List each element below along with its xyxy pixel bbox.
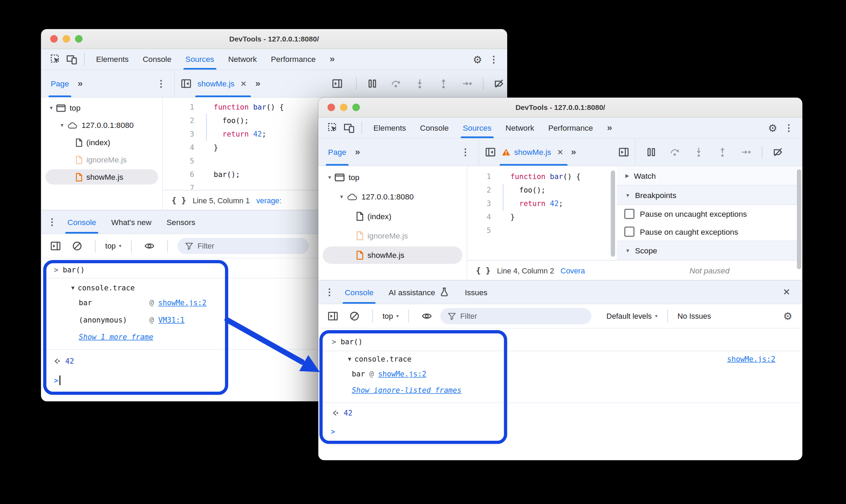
- issues-counter[interactable]: No Issues: [677, 312, 711, 320]
- collapse-sidebar-icon[interactable]: [482, 144, 499, 160]
- tab-page[interactable]: Page: [326, 139, 348, 166]
- collapse-sidebar-icon[interactable]: [178, 75, 194, 92]
- more-tabs-icon[interactable]: »: [600, 118, 619, 138]
- tab-console[interactable]: Console: [136, 49, 178, 69]
- tree-item-index[interactable]: (index): [41, 134, 162, 151]
- sidebar-scrollbar-thumb[interactable]: [797, 169, 801, 269]
- pause-script-icon[interactable]: [364, 75, 380, 92]
- deactivate-breakpoints-icon[interactable]: [491, 75, 507, 92]
- console-messages[interactable]: > bar() ▼console.trace showMe.js:2 bar @…: [318, 328, 802, 460]
- deactivate-breakpoints-icon[interactable]: [770, 144, 786, 160]
- zoom-window-button[interactable]: [75, 35, 83, 43]
- settings-gear-icon[interactable]: ⚙: [470, 51, 486, 67]
- editor-tab-showme[interactable]: showMe.js ✕: [194, 70, 252, 97]
- expand-arrow-icon[interactable]: ▼: [338, 194, 345, 200]
- close-window-button[interactable]: [327, 104, 335, 111]
- close-drawer-icon[interactable]: ✕: [781, 287, 793, 298]
- main-menu-kebab-icon[interactable]: ⋮: [486, 51, 502, 67]
- minimize-window-button[interactable]: [340, 104, 347, 111]
- more-editor-tabs-icon[interactable]: »: [571, 147, 576, 157]
- pretty-print-icon[interactable]: { }: [171, 196, 186, 205]
- zoom-window-button[interactable]: [352, 104, 360, 111]
- scope-section-header[interactable]: ▼ Scope: [617, 241, 802, 261]
- tree-item-origin[interactable]: ▼ 127.0.0.1:8080: [41, 116, 162, 134]
- expand-debug-panel-icon[interactable]: [329, 75, 345, 92]
- close-tab-icon[interactable]: ✕: [238, 79, 249, 88]
- filter-input[interactable]: Filter: [177, 238, 308, 254]
- tab-performance[interactable]: Performance: [264, 49, 323, 69]
- drawer-tab-whats-new[interactable]: What's new: [104, 211, 159, 234]
- tree-item-showme[interactable]: showMe.js: [41, 168, 162, 186]
- step-icon[interactable]: [738, 144, 754, 160]
- drawer-tab-console[interactable]: Console: [337, 281, 381, 304]
- editor-tab-showme[interactable]: showMe.js ✕: [499, 139, 569, 166]
- drawer-tab-console[interactable]: Console: [60, 211, 104, 234]
- tree-item-index[interactable]: (index): [318, 207, 467, 226]
- tree-item-ignoreme[interactable]: ignoreMe.js: [318, 226, 467, 245]
- editor-scrollbar-thumb[interactable]: [611, 170, 615, 257]
- minimize-window-button[interactable]: [63, 35, 70, 43]
- checkbox-unchecked[interactable]: [624, 226, 635, 237]
- tree-item-origin[interactable]: ▼ 127.0.0.1:8080: [318, 187, 467, 207]
- step-icon[interactable]: [459, 75, 475, 92]
- drawer-kebab-icon[interactable]: ⋮: [47, 216, 57, 228]
- live-expression-eye-icon[interactable]: [141, 238, 158, 254]
- expand-arrow-icon[interactable]: ▼: [47, 105, 55, 111]
- step-out-icon[interactable]: [714, 144, 731, 160]
- close-tab-icon[interactable]: ✕: [555, 148, 566, 157]
- more-panels-icon[interactable]: »: [355, 147, 360, 157]
- pause-caught-row[interactable]: Pause on caught exceptions: [617, 223, 802, 241]
- log-levels-dropdown[interactable]: Default levels▾: [606, 312, 658, 320]
- expand-arrow-icon[interactable]: ▼: [326, 175, 334, 180]
- tab-network[interactable]: Network: [221, 49, 264, 69]
- checkbox-unchecked[interactable]: [624, 209, 635, 219]
- pretty-print-icon[interactable]: { }: [476, 266, 490, 276]
- tab-page[interactable]: Page: [48, 70, 71, 97]
- pause-script-icon[interactable]: [643, 144, 659, 160]
- tab-performance[interactable]: Performance: [541, 118, 600, 138]
- tree-item-top[interactable]: ▼ top: [318, 168, 467, 187]
- expand-arrow-icon[interactable]: ▼: [58, 122, 66, 128]
- drawer-tab-sensors[interactable]: Sensors: [159, 211, 203, 234]
- tree-item-ignoreme[interactable]: ignoreMe.js: [41, 151, 162, 168]
- drawer-tab-ai-assistance[interactable]: AI assistance: [381, 281, 457, 304]
- step-into-icon[interactable]: [691, 144, 707, 160]
- settings-gear-icon[interactable]: ⚙: [764, 120, 781, 136]
- tab-console[interactable]: Console: [413, 118, 456, 138]
- step-out-icon[interactable]: [435, 75, 452, 92]
- source-link[interactable]: showMe.js:2: [727, 354, 775, 363]
- breakpoints-section-header[interactable]: ▼ Breakpoints: [617, 186, 802, 205]
- close-window-button[interactable]: [50, 35, 58, 43]
- expand-debug-panel-icon[interactable]: [616, 144, 632, 160]
- tab-sources[interactable]: Sources: [178, 49, 221, 69]
- more-editor-tabs-icon[interactable]: »: [255, 78, 261, 89]
- tab-network[interactable]: Network: [499, 118, 541, 138]
- pause-uncaught-row[interactable]: Pause on uncaught exceptions: [617, 205, 802, 223]
- context-selector[interactable]: top▾: [382, 312, 399, 320]
- sidebar-kebab-icon[interactable]: ⋮: [157, 78, 166, 90]
- clear-console-icon[interactable]: [346, 308, 363, 324]
- drawer-toggle-icon[interactable]: [47, 238, 64, 254]
- drawer-kebab-icon[interactable]: ⋮: [325, 287, 334, 298]
- context-selector[interactable]: top▾: [105, 242, 121, 250]
- tab-sources[interactable]: Sources: [456, 118, 499, 138]
- coverage-link[interactable]: Covera: [560, 267, 585, 275]
- filter-input[interactable]: Filter: [440, 308, 591, 324]
- console-settings-gear-icon[interactable]: ⚙: [780, 308, 796, 324]
- clear-console-icon[interactable]: [69, 238, 85, 254]
- drawer-tab-issues[interactable]: Issues: [457, 281, 495, 304]
- tree-item-top[interactable]: ▼ top: [41, 99, 162, 116]
- sidebar-kebab-icon[interactable]: ⋮: [461, 147, 470, 158]
- coverage-link[interactable]: verage:: [256, 196, 281, 205]
- device-toolbar-icon[interactable]: [341, 120, 357, 136]
- step-over-icon[interactable]: [388, 75, 404, 92]
- watch-section-header[interactable]: ▶ Watch: [617, 166, 802, 186]
- step-over-icon[interactable]: [667, 144, 683, 160]
- more-tabs-icon[interactable]: »: [323, 49, 342, 69]
- tree-item-showme[interactable]: showMe.js: [318, 245, 467, 265]
- more-panels-icon[interactable]: »: [78, 78, 83, 89]
- device-toolbar-icon[interactable]: [64, 51, 80, 67]
- live-expression-eye-icon[interactable]: [419, 308, 435, 324]
- tab-elements[interactable]: Elements: [366, 118, 413, 138]
- inspect-icon[interactable]: [325, 120, 341, 136]
